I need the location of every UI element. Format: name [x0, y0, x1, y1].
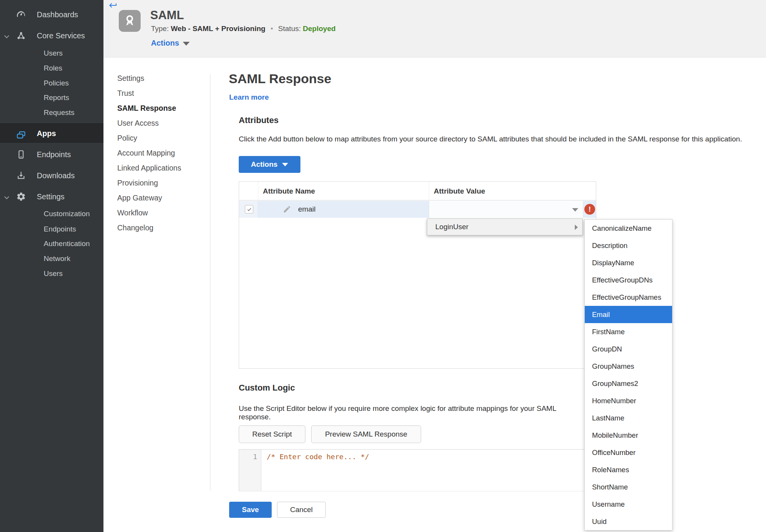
- attributes-actions-button[interactable]: Actions: [239, 156, 300, 173]
- submenu-item[interactable]: DisplayName: [585, 254, 672, 271]
- submenu-item[interactable]: Username: [585, 496, 672, 513]
- sidebar-item-roles[interactable]: Roles: [44, 61, 62, 76]
- edit-pencil-icon[interactable]: [283, 205, 291, 213]
- sidebar-item-downloads[interactable]: Downloads: [0, 168, 103, 183]
- column-header-attribute-value: Attribute Value: [429, 182, 583, 200]
- attributes-heading: Attributes: [239, 115, 279, 125]
- checkmark-icon: [246, 207, 252, 212]
- section-title: SAML Response: [229, 71, 331, 86]
- app-icon-badge: [119, 10, 141, 32]
- tab-app-gateway[interactable]: App Gateway: [117, 190, 162, 205]
- status-label: Status:: [278, 25, 301, 33]
- subnav-divider: [210, 74, 210, 491]
- tab-provisioning[interactable]: Provisioning: [117, 176, 158, 190]
- table-header-row: Attribute Name Attribute Value: [239, 182, 596, 200]
- editor-code-line[interactable]: /* Enter code here... */: [267, 453, 369, 461]
- tab-settings[interactable]: Settings: [117, 71, 144, 86]
- sidebar-item-settings-users[interactable]: Users: [44, 266, 63, 281]
- node-triangle-icon: [16, 31, 26, 41]
- download-icon: [16, 171, 26, 181]
- gauge-icon: [16, 10, 26, 20]
- page-title: SAML: [150, 8, 184, 22]
- status-badge: Deployed: [303, 25, 336, 33]
- attributes-table: Attribute Name Attribute Value email !: [239, 181, 596, 369]
- submenu-item[interactable]: GroupNames2: [585, 375, 672, 392]
- sidebar-item-settings[interactable]: Settings: [0, 189, 103, 204]
- submenu-item[interactable]: MobileNumber: [585, 427, 672, 444]
- attributes-description: Click the Add button below to map attrib…: [239, 135, 745, 143]
- sidebar-item-reports[interactable]: Reports: [44, 90, 69, 105]
- tab-linked-applications[interactable]: Linked Applications: [117, 161, 181, 176]
- script-editor[interactable]: 1 /* Enter code here... */: [239, 449, 596, 491]
- tab-policy[interactable]: Policy: [117, 131, 137, 146]
- sidebar-item-settings-endpoints[interactable]: Endpoints: [44, 222, 76, 237]
- save-button[interactable]: Save: [229, 502, 272, 518]
- type-value: Web - SAML + Provisioning: [171, 25, 266, 33]
- sidebar-item-requests[interactable]: Requests: [44, 105, 74, 120]
- submenu-item[interactable]: RoleNames: [585, 461, 672, 478]
- sidebar-item-core-services[interactable]: Core Services: [0, 28, 103, 43]
- sidebar-item-authentication[interactable]: Authentication: [44, 236, 90, 251]
- sidebar-item-apps-active[interactable]: Apps: [0, 123, 103, 143]
- chevron-down-icon: [282, 163, 288, 166]
- sidebar-label: Settings: [37, 189, 64, 204]
- reset-script-button[interactable]: Reset Script: [239, 425, 305, 443]
- apps-icon: [16, 128, 26, 138]
- attribute-value-dropdown[interactable]: [429, 201, 583, 218]
- type-label: Type:: [151, 25, 169, 33]
- menu-item-loginuser[interactable]: LoginUser: [435, 219, 469, 235]
- table-row[interactable]: email !: [239, 201, 596, 218]
- sidebar-label: Endpoints: [37, 147, 71, 162]
- cancel-button[interactable]: Cancel: [277, 502, 326, 518]
- tab-workflow[interactable]: Workflow: [117, 205, 148, 220]
- submenu-item[interactable]: EffectiveGroupNames: [585, 289, 672, 306]
- back-arrow-icon[interactable]: [108, 1, 118, 10]
- submenu-item[interactable]: EffectiveGroupDNs: [585, 271, 672, 289]
- preview-saml-response-button[interactable]: Preview SAML Response: [311, 425, 421, 443]
- submenu-item[interactable]: Description: [585, 237, 672, 254]
- tab-user-access[interactable]: User Access: [117, 116, 159, 131]
- submenu-item[interactable]: GroupNames: [585, 358, 672, 375]
- tab-saml-response[interactable]: SAML Response: [117, 101, 176, 116]
- column-header-attribute-name: Attribute Name: [258, 182, 429, 200]
- submenu-item[interactable]: CanonicalizeName: [585, 220, 672, 237]
- header-actions-menu[interactable]: Actions: [151, 39, 190, 48]
- submenu-item[interactable]: FirstName: [585, 323, 672, 340]
- chevron-down-icon[interactable]: [5, 34, 9, 38]
- submenu-item-selected[interactable]: Email: [585, 306, 672, 323]
- submenu-item[interactable]: GroupDN: [585, 340, 672, 358]
- submenu-item[interactable]: LastName: [585, 409, 672, 427]
- sidebar: Dashboards Core Services Users Roles Pol…: [0, 0, 103, 532]
- sidebar-item-endpoints[interactable]: Endpoints: [0, 147, 103, 162]
- smartphone-icon: [16, 149, 26, 159]
- submenu-item[interactable]: Uuid: [585, 513, 672, 530]
- loginuser-submenu: CanonicalizeName Description DisplayName…: [584, 219, 673, 530]
- sidebar-item-policies[interactable]: Policies: [44, 76, 69, 91]
- editor-line-number-gutter: 1: [239, 450, 261, 491]
- sidebar-item-network[interactable]: Network: [44, 251, 71, 266]
- tab-trust[interactable]: Trust: [117, 86, 134, 101]
- award-ribbon-icon: [122, 13, 138, 29]
- sidebar-item-dashboards[interactable]: Dashboards: [0, 7, 103, 22]
- attributes-actions-label: Actions: [251, 160, 278, 168]
- attribute-value-menu[interactable]: LoginUser: [427, 218, 583, 235]
- tab-account-mapping[interactable]: Account Mapping: [117, 146, 175, 161]
- error-icon: !: [584, 204, 595, 215]
- attribute-name-cell: email: [258, 201, 429, 218]
- submenu-item[interactable]: ShortName: [585, 478, 672, 496]
- chevron-down-icon[interactable]: [5, 195, 9, 199]
- app-meta: Type: Web - SAML + Provisioning • Status…: [151, 25, 336, 33]
- row-error-cell: !: [583, 201, 596, 218]
- submenu-item[interactable]: OfficeNumber: [585, 444, 672, 461]
- sidebar-item-customization[interactable]: Customization: [44, 206, 90, 222]
- custom-logic-description: Use the Script Editor below if you requi…: [239, 404, 584, 421]
- gear-icon: [16, 192, 26, 202]
- sidebar-label: Apps: [37, 124, 56, 143]
- sidebar-label: Dashboards: [37, 7, 78, 22]
- submenu-item[interactable]: HomeNumber: [585, 392, 672, 409]
- sidebar-label: Core Services: [37, 28, 85, 43]
- tab-changelog[interactable]: Changelog: [117, 220, 153, 235]
- row-checkbox[interactable]: [245, 205, 253, 213]
- sidebar-item-users[interactable]: Users: [44, 46, 63, 61]
- learn-more-link[interactable]: Learn more: [229, 93, 269, 102]
